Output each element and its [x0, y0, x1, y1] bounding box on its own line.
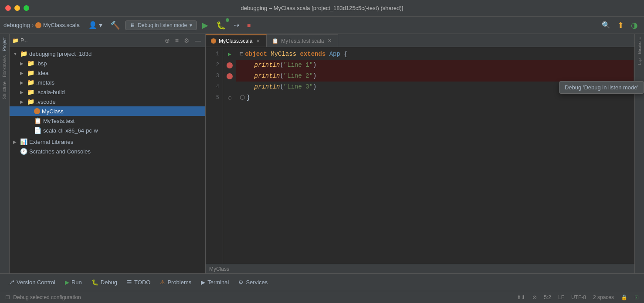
code-line-2: println("Line 1") [236, 60, 634, 71]
line-num-3: 3 [206, 71, 219, 82]
debug-button[interactable]: 🐛 [214, 19, 228, 31]
tree-label-metals: .metals [36, 79, 54, 86]
tree-item-vscode[interactable]: ▶ 📁 .vscode [10, 97, 205, 106]
tree-item-scratches[interactable]: ▶ 🕐 Scratches and Consoles [10, 146, 205, 156]
panel-hide-button[interactable]: — [193, 36, 203, 45]
pun-brace-close: } [247, 93, 250, 102]
run-config-label: Debug in listen mode [138, 22, 187, 28]
build-button[interactable]: 🔨 [108, 19, 122, 31]
tree-arrow-vscode: ▶ [20, 99, 25, 104]
tree-arrow-ext-libs: ▶ [13, 140, 18, 144]
step-over-button[interactable]: ⇢ [231, 20, 242, 31]
pun-paren-6: ) [313, 82, 316, 92]
code-line-3: println("Line 2") [236, 71, 634, 82]
play-button[interactable]: ▶ [200, 19, 211, 31]
bottom-btn-debug[interactable]: 🐛 Debug [87, 277, 122, 287]
gutter-row-3[interactable] [223, 71, 236, 82]
bottom-btn-services[interactable]: ⚙ Services [234, 277, 272, 287]
code-lines[interactable]: ⊟ object MyClass extends App { println("… [236, 47, 641, 264]
gutter-row-5[interactable]: ⬡ [223, 92, 236, 103]
fn-println-2: println [254, 71, 280, 81]
status-line-ending[interactable]: LF [558, 294, 564, 300]
panel-add-button[interactable]: ⊕ [163, 36, 172, 45]
run-config-button[interactable]: 🖥 Debug in listen mode ▾ [125, 20, 197, 30]
run-config-icon: 🖥 [130, 22, 135, 28]
window-title: debugging – MyClass.scala [project_183d1… [241, 5, 403, 11]
fn-println-3: println [254, 82, 280, 92]
tree-item-metals[interactable]: ▶ 📁 .metals [10, 78, 205, 87]
breadcrumb: debugging › MyClass.scala [3, 22, 80, 28]
account-button[interactable]: 👤 ▾ [86, 20, 105, 31]
tree-item-external-libraries[interactable]: ▶ 📊 External Libraries [10, 137, 205, 146]
vscode-folder-icon: 📁 [27, 98, 34, 105]
sidebar-tab-bookmarks[interactable]: Bookmarks [1, 54, 8, 79]
tree-item-idea[interactable]: ▶ 📁 .idea [10, 68, 205, 78]
fn-println-1: println [254, 60, 280, 70]
gutter-row-4[interactable] [223, 82, 236, 92]
upload-button[interactable]: ⬆ [615, 19, 627, 31]
maximize-button[interactable] [24, 5, 29, 11]
left-sidebar-tabs: Project Bookmarks Structure [0, 34, 10, 273]
version-control-label: Version Control [17, 279, 55, 286]
close-button[interactable] [5, 5, 11, 11]
panel-collapse-button[interactable]: ≡ [173, 36, 180, 45]
scratches-icon: 🕐 [20, 148, 27, 155]
status-position[interactable]: 5:2 [544, 294, 551, 300]
tree-root[interactable]: ▼ 📁 debugging [project_183d [10, 49, 205, 58]
breadcrumb-separator: › [32, 22, 34, 28]
right-sidebar: tifications bsp [634, 34, 644, 273]
toolbar-right: 🔍 ⬆ ◑ [599, 19, 641, 31]
tree-item-scala-cli[interactable]: ▶ 📄 scala-cli-x86_64-pc-w [10, 126, 205, 135]
breakpoint-2[interactable] [227, 73, 233, 79]
panel-settings-button[interactable]: ⚙ [182, 36, 191, 45]
stop-button[interactable]: ■ [244, 20, 253, 30]
bottom-btn-run[interactable]: ▶ Run [61, 277, 86, 287]
bottom-btn-terminal[interactable]: ▶ Terminal [197, 277, 233, 287]
status-right: ⬆⬇ ⊘ 5:2 LF UTF-8 2 spaces 🔒 ⊡ [517, 294, 639, 300]
search-button[interactable]: 🔍 [599, 20, 613, 31]
tree-item-bsp[interactable]: ▶ 📁 .bsp [10, 58, 205, 68]
panel-folder-icon: 📁 [12, 37, 19, 44]
breadcrumb-root[interactable]: debugging [3, 22, 30, 28]
bottom-btn-version-control[interactable]: ⎇ Version Control [3, 277, 60, 287]
tree-item-myclass[interactable]: ▶ MyClass [10, 106, 205, 116]
fold-icon-5[interactable]: ⬡ [228, 95, 232, 101]
run-config-dropdown-icon: ▾ [190, 22, 192, 28]
root-folder-icon: 📁 [20, 50, 27, 57]
status-message: Debug selected configuration [13, 294, 81, 300]
pun-paren-4: ) [313, 71, 316, 81]
sidebar-tab-structure[interactable]: Structure [1, 80, 8, 101]
bottom-btn-problems[interactable]: ⚠ Problems [156, 277, 196, 287]
str-line2: "Line 2" [284, 71, 313, 81]
problems-label: Problems [167, 279, 191, 286]
breakpoint-1[interactable] [227, 62, 233, 68]
tab-myclass[interactable]: MyClass.scala ✕ [206, 34, 267, 47]
sidebar-tab-project[interactable]: Project [1, 36, 8, 53]
bottom-btn-todo[interactable]: ☰ TODO [122, 277, 155, 287]
plugins-button[interactable]: ◑ [628, 19, 641, 31]
gutter-row-2[interactable] [223, 60, 236, 71]
terminal-icon: ▶ [201, 279, 205, 286]
gutter-row-1[interactable]: ▶ [223, 49, 236, 60]
tab-close-mytests[interactable]: ✕ [326, 38, 332, 44]
tree-item-scala-build[interactable]: ▶ 📁 .scala-build [10, 87, 205, 97]
tab-mytests[interactable]: 📋 MyTests.test.scala ✕ [267, 34, 338, 47]
status-indent[interactable]: 2 spaces [593, 294, 614, 300]
tree-item-mytests[interactable]: ▶ 📋 MyTests.test [10, 116, 205, 126]
tree-arrow-metals: ▶ [20, 80, 25, 85]
project-panel: 📁 P... ⊕ ≡ ⚙ — ▼ 📁 debugging [project_18… [10, 34, 206, 273]
tree-label-mytests: MyTests.test [43, 118, 75, 124]
terminal-label: Terminal [207, 279, 229, 286]
kw-extends: extends [300, 49, 325, 59]
status-encoding[interactable]: UTF-8 [571, 294, 586, 300]
right-tab-bsp[interactable]: bsp [637, 57, 643, 67]
code-content[interactable]: 1 2 3 4 5 ▶ ⬡ [206, 47, 644, 264]
run-icon: ▶ [65, 279, 69, 286]
breadcrumb-file[interactable]: MyClass.scala [35, 22, 80, 28]
tree-label-myclass: MyClass [42, 108, 64, 115]
idea-folder-icon: 📁 [27, 69, 34, 76]
tab-close-myclass[interactable]: ✕ [255, 38, 261, 44]
right-tab-notifications[interactable]: tifications [637, 36, 643, 56]
minimize-button[interactable] [14, 5, 20, 11]
editor-status-bar: MyClass [206, 264, 644, 273]
